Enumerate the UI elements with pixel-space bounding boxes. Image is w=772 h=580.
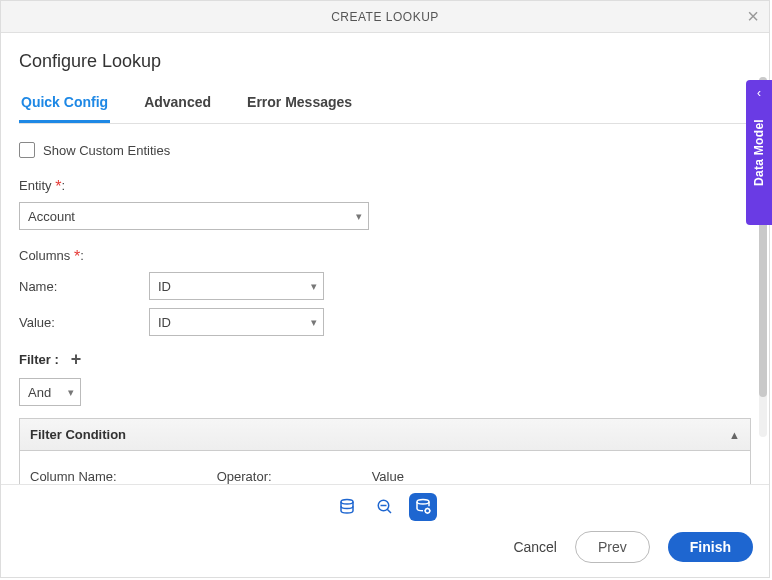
filter-condition-panel: Filter Condition ▲ Column Name: Operator… bbox=[19, 418, 751, 484]
page-title: Configure Lookup bbox=[19, 51, 751, 72]
columns-name-select[interactable]: ID bbox=[149, 272, 324, 300]
chevron-left-icon: ‹ bbox=[757, 86, 761, 100]
columns-value-label: Value: bbox=[19, 315, 149, 330]
dialog-body: Configure Lookup Quick Config Advanced E… bbox=[1, 33, 769, 484]
collapse-icon[interactable]: ▲ bbox=[729, 429, 740, 441]
tab-quick-config[interactable]: Quick Config bbox=[19, 86, 110, 123]
database-settings-icon[interactable] bbox=[409, 493, 437, 521]
database-icon[interactable] bbox=[333, 493, 361, 521]
entity-select[interactable]: Account bbox=[19, 202, 369, 230]
filter-logic-select[interactable]: And bbox=[19, 378, 81, 406]
dialog-title: CREATE LOOKUP bbox=[331, 10, 439, 24]
filter-column-name-label: Column Name: bbox=[30, 469, 117, 484]
tab-advanced[interactable]: Advanced bbox=[142, 86, 213, 123]
columns-label: Columns *: bbox=[19, 248, 751, 266]
zoom-out-icon[interactable] bbox=[371, 493, 399, 521]
tab-error-messages[interactable]: Error Messages bbox=[245, 86, 354, 123]
filter-operator-label: Operator: bbox=[217, 469, 272, 484]
svg-point-4 bbox=[417, 500, 429, 505]
cancel-button[interactable]: Cancel bbox=[513, 539, 557, 555]
svg-point-5 bbox=[425, 509, 430, 514]
footer: Cancel Prev Finish bbox=[1, 484, 769, 577]
prev-button[interactable]: Prev bbox=[575, 531, 650, 563]
tabs: Quick Config Advanced Error Messages bbox=[19, 86, 751, 124]
show-custom-entities-label: Show Custom Entities bbox=[43, 143, 170, 158]
required-asterisk: * bbox=[55, 178, 61, 195]
required-asterisk: * bbox=[74, 248, 80, 265]
close-icon[interactable]: × bbox=[747, 5, 759, 28]
filter-label: Filter : bbox=[19, 352, 59, 367]
show-custom-entities-checkbox[interactable] bbox=[19, 142, 35, 158]
data-model-label: Data Model bbox=[752, 119, 766, 186]
add-filter-icon[interactable]: + bbox=[71, 350, 82, 368]
columns-value-select[interactable]: ID bbox=[149, 308, 324, 336]
titlebar: CREATE LOOKUP × bbox=[1, 1, 769, 33]
filter-condition-title: Filter Condition bbox=[30, 427, 126, 442]
columns-name-label: Name: bbox=[19, 279, 149, 294]
svg-line-3 bbox=[387, 509, 391, 513]
data-model-sidetab[interactable]: ‹ Data Model bbox=[746, 80, 772, 225]
filter-value-label: Value bbox=[372, 469, 404, 484]
entity-label: Entity *: bbox=[19, 178, 751, 196]
finish-button[interactable]: Finish bbox=[668, 532, 753, 562]
svg-point-0 bbox=[341, 500, 353, 505]
